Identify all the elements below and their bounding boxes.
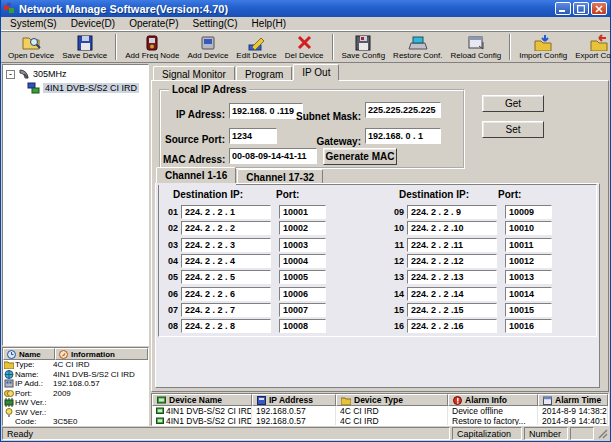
channel-port-input[interactable] <box>505 221 552 235</box>
channel-destination-ip-input[interactable] <box>407 287 497 301</box>
app-logo-icon <box>4 3 16 15</box>
toolbar-label: Import Config <box>519 51 567 60</box>
maximize-button[interactable] <box>573 2 589 15</box>
channel-number: 03 <box>161 240 181 250</box>
channel-destination-ip-input[interactable] <box>181 254 271 268</box>
port-header-right: Port: <box>498 189 521 200</box>
close-icon <box>595 5 603 13</box>
get-button[interactable]: Get <box>482 95 544 112</box>
ip-out-page: Local IP Adress IP Adress: Subnet Mask: … <box>151 80 609 392</box>
channel-destination-ip-input[interactable] <box>407 319 497 333</box>
minimize-icon <box>559 5 567 12</box>
channel-port-input[interactable] <box>505 319 552 333</box>
channel-port-input[interactable] <box>505 254 552 268</box>
menu-item[interactable]: Operate(P) <box>122 17 185 30</box>
channel-port-input[interactable] <box>505 238 552 252</box>
channel-destination-ip-input[interactable] <box>181 287 271 301</box>
channel-port-input[interactable] <box>279 270 326 284</box>
menu-item[interactable]: Device(D) <box>64 17 122 30</box>
channel-port-input[interactable] <box>279 221 326 235</box>
channel-port-input[interactable] <box>505 270 552 284</box>
channel-port-input[interactable] <box>279 319 326 333</box>
edit-device-button[interactable]: Edit Device <box>232 32 280 62</box>
channel-port-input[interactable] <box>279 287 326 301</box>
minimize-button[interactable] <box>555 2 571 15</box>
channel-destination-ip-input[interactable] <box>407 205 497 219</box>
channel-port-input[interactable] <box>279 303 326 317</box>
tree-expander-icon[interactable]: - <box>6 70 15 79</box>
add-freq-node-button[interactable]: Add Freq Node <box>121 32 183 62</box>
alarm-table-header: Device Name IP Address Device Type Alarm… <box>152 394 608 406</box>
resize-grip[interactable] <box>596 427 609 440</box>
channel-number: 08 <box>161 321 181 331</box>
window-title: Network Manage Software(Version:4.70) <box>19 3 553 15</box>
tree-node-freq[interactable]: - 305MHz <box>3 67 148 81</box>
tab-ip-out[interactable]: IP Out <box>293 64 339 80</box>
import-config-button[interactable]: Import Config <box>515 32 571 62</box>
toolbar-label: Add Freq Node <box>125 51 179 60</box>
tab-channel-17-32[interactable]: Channel 17-32 <box>237 169 323 183</box>
info-header-information[interactable]: Information <box>55 348 148 360</box>
channel-row: 15 <box>387 302 552 318</box>
channel-row: 12 <box>387 253 552 269</box>
status-empty-panel <box>570 427 594 440</box>
building-icon <box>4 379 14 388</box>
save-device-button[interactable]: Save Device <box>58 32 111 62</box>
channel-port-input[interactable] <box>279 205 326 219</box>
channel-port-input[interactable] <box>505 287 552 301</box>
channel-destination-ip-input[interactable] <box>181 221 271 235</box>
channel-destination-ip-input[interactable] <box>407 270 497 284</box>
channel-destination-ip-input[interactable] <box>181 270 271 284</box>
gateway-input[interactable] <box>365 128 441 144</box>
tab-channel-1-16[interactable]: Channel 1-16 <box>156 167 236 183</box>
channel-number: 14 <box>387 289 407 299</box>
export-config-button[interactable]: Export Config <box>571 32 611 62</box>
channel-destination-ip-input[interactable] <box>181 319 271 333</box>
open-device-button[interactable]: Open Device <box>4 32 58 62</box>
reload-config-button[interactable]: Reload Config <box>446 32 505 62</box>
alarm-table-row[interactable]: 4IN1 DVB-S/S2 CI IRD 192.168.0.57 4C CI … <box>152 416 608 426</box>
tab-program[interactable]: Program <box>236 66 292 80</box>
add-device-button[interactable]: Add Device <box>183 32 232 62</box>
generate-mac-button[interactable]: Generate MAC <box>323 148 397 165</box>
channel-destination-ip-input[interactable] <box>181 238 271 252</box>
save-config-button[interactable]: Save Config <box>338 32 390 62</box>
close-button[interactable] <box>591 2 607 15</box>
channel-destination-ip-input[interactable] <box>181 205 271 219</box>
tab-signal-monitor[interactable]: Signal Monitor <box>153 66 235 80</box>
alarm-table-row[interactable]: 4IN1 DVB-S/S2 CI IRD 192.168.0.57 4C CI … <box>152 406 608 416</box>
destination-ip-header-right: Destination IP: <box>399 189 469 200</box>
set-button[interactable]: Set <box>482 121 544 138</box>
channel-destination-ip-input[interactable] <box>407 221 497 235</box>
channel-column-left: 01 02 03 <box>161 204 326 334</box>
channel-row: 07 <box>161 302 326 318</box>
restore-conf-button[interactable]: Restore Conf. <box>389 32 446 62</box>
ip-icon <box>257 396 266 405</box>
header-ip-address[interactable]: IP Address <box>252 394 336 406</box>
del-device-button[interactable]: Del Device <box>281 32 328 62</box>
channel-port-input[interactable] <box>505 205 552 219</box>
channel-grid: Destination IP: Port: Destination IP: Po… <box>158 184 597 337</box>
header-alarm-info[interactable]: Alarm Info <box>448 394 538 406</box>
source-port-input[interactable] <box>229 128 277 144</box>
channel-port-input[interactable] <box>505 303 552 317</box>
tree-node-device[interactable]: 4IN1 DVB-S/S2 CI IRD <box>3 81 148 95</box>
header-device-type[interactable]: Device Type <box>336 394 448 406</box>
menu-item[interactable]: System(S) <box>3 17 64 30</box>
info-header-name[interactable]: Name <box>3 348 55 360</box>
status-number: Number <box>524 427 568 440</box>
header-device-name[interactable]: Device Name <box>152 394 252 406</box>
channel-destination-ip-input[interactable] <box>407 254 497 268</box>
menu-item[interactable]: Help(H) <box>245 17 293 30</box>
menu-item[interactable]: Setting(C) <box>186 17 245 30</box>
title-bar: Network Manage Software(Version:4.70) <box>1 0 610 17</box>
main-tab-strip: Signal Monitor Program IP Out <box>151 64 609 80</box>
channel-destination-ip-input[interactable] <box>407 303 497 317</box>
channel-destination-ip-input[interactable] <box>407 238 497 252</box>
channel-destination-ip-input[interactable] <box>181 303 271 317</box>
subnet-mask-input[interactable] <box>365 102 441 118</box>
header-alarm-time[interactable]: Alarm Time <box>538 394 608 406</box>
channel-port-input[interactable] <box>279 238 326 252</box>
mac-address-input[interactable] <box>229 148 317 164</box>
channel-port-input[interactable] <box>279 254 326 268</box>
